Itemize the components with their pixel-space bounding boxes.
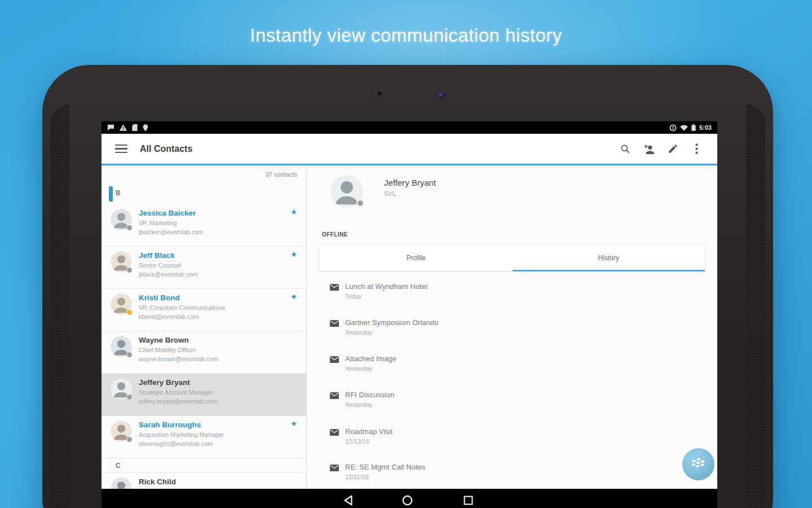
contact-title: VP, Corporate Communications xyxy=(139,304,225,311)
detail-tabs: Profile History xyxy=(319,244,705,271)
location-icon xyxy=(143,124,148,132)
contact-email: kbond@evomlab.com xyxy=(139,313,199,320)
favorite-star-icon[interactable]: ★ xyxy=(290,292,297,301)
contact-name: Wayne Brown xyxy=(139,336,189,344)
status-system-icons: 5:03 xyxy=(669,124,717,132)
contact-detail-panel: Jeffery Bryant SVL OFFLINE Profile Histo… xyxy=(307,165,717,508)
contact-email: jeffery.bryant@evomlab.com xyxy=(139,398,217,405)
history-title: RE: SE Mgmt Call Notes xyxy=(345,463,425,471)
detail-contact-name: Jeffery Bryant xyxy=(384,178,436,187)
presence-dot xyxy=(126,225,133,231)
contact-name: Jessica Baicker xyxy=(139,209,196,217)
app-bar: All Contacts xyxy=(102,134,717,164)
app-bar-actions xyxy=(618,142,717,156)
history-date: Today xyxy=(345,293,361,300)
status-bar: 5:03 xyxy=(102,121,717,134)
email-icon xyxy=(330,356,339,363)
home-button[interactable] xyxy=(399,493,416,507)
app-bar-accent-divider xyxy=(102,164,717,165)
history-item[interactable]: Lunch at Wyndham Hotel Today xyxy=(307,282,717,309)
warning-icon xyxy=(120,124,127,131)
presence-dot xyxy=(126,436,133,443)
menu-icon[interactable] xyxy=(115,142,127,156)
data-usage-icon xyxy=(669,124,677,132)
message-icon xyxy=(107,124,114,131)
contact-email: wayne.brown@evomlab.com xyxy=(139,356,218,362)
wifi-icon xyxy=(680,125,688,131)
history-title: Attached Image xyxy=(345,354,396,363)
contact-name: Jeffery Bryant xyxy=(139,378,190,387)
section-c: C xyxy=(102,458,306,473)
contact-title: Senior Counsel xyxy=(139,262,181,269)
contacts-list-panel: 37 contacts B Jessica Baicker VP, Market… xyxy=(102,165,306,508)
pane-divider xyxy=(306,165,307,489)
history-title: Gartner Symposium Orlando xyxy=(345,318,438,327)
sim-icon xyxy=(132,124,138,131)
presence-dot xyxy=(126,394,133,400)
history-item[interactable]: Attached Image Yesterday xyxy=(307,354,717,382)
add-contact-icon[interactable] xyxy=(642,142,656,156)
history-title: Lunch at Wyndham Hotel xyxy=(345,282,427,291)
detail-presence-dot xyxy=(356,199,364,207)
favorite-star-icon[interactable]: ★ xyxy=(290,208,297,216)
compose-icon[interactable] xyxy=(665,142,680,156)
index-scroll-thumb[interactable] xyxy=(109,186,113,202)
contact-row-wayne-brown[interactable]: Wayne Brown Chief Mobility Officer wayne… xyxy=(102,331,306,374)
email-icon xyxy=(330,429,339,436)
contact-row-jeffery-bryant[interactable]: Jeffery Bryant Strategic Account Manager… xyxy=(102,374,306,416)
contact-row-jessica-baicker[interactable]: Jessica Baicker VP, Marketing jbaicker@e… xyxy=(102,204,306,247)
contact-name: Jeff Black xyxy=(139,251,175,260)
history-item[interactable]: RFI Discussion Yesterday xyxy=(307,391,717,418)
history-item[interactable]: RE: SE Mgmt Call Notes 12/11/16 xyxy=(307,463,717,490)
contact-row-jeff-black[interactable]: Jeff Black Senior Counsel jblack@evomlab… xyxy=(102,247,306,289)
blackberry-fab-button[interactable] xyxy=(682,448,714,480)
history-date: 12/11/16 xyxy=(345,474,369,480)
favorite-star-icon[interactable]: ★ xyxy=(290,419,297,428)
contact-email: jblack@evomlab.com xyxy=(139,271,198,278)
tab-history[interactable]: History xyxy=(513,244,705,271)
detail-contact-subtitle: SVL xyxy=(384,190,396,197)
history-item[interactable]: Gartner Symposium Orlando Yesterday xyxy=(307,318,717,345)
tablet-device: 5:03 All Contacts xyxy=(42,65,773,508)
availability-label: OFFLINE xyxy=(322,231,348,238)
status-notification-icons xyxy=(102,124,148,132)
contact-name: Sarah Burroughs xyxy=(139,421,201,429)
history-title: RFI Discussion xyxy=(345,391,394,399)
marketing-background: Instantly view communication history xyxy=(0,0,812,508)
tablet-screen: 5:03 All Contacts xyxy=(102,121,717,508)
tab-profile[interactable]: Profile xyxy=(320,244,513,271)
section-header-b: B xyxy=(116,189,121,197)
contact-name: Rick Child xyxy=(139,478,176,486)
email-icon xyxy=(330,465,339,471)
contact-title: Acquisition Marketing Manager xyxy=(139,431,224,438)
contact-row-sarah-burroughs[interactable]: Sarah Burroughs Acquisition Marketing Ma… xyxy=(102,416,306,458)
section-header-c: C xyxy=(116,462,121,470)
history-title: Roadmap Visit xyxy=(345,427,392,436)
right-speaker-grille xyxy=(746,104,765,508)
contacts-count: 37 contacts xyxy=(266,171,297,178)
favorite-star-icon[interactable]: ★ xyxy=(290,250,297,259)
history-date: Yesterday xyxy=(345,401,373,408)
history-item[interactable]: Roadmap Visit 12/13/16 xyxy=(307,427,717,454)
history-date: Yesterday xyxy=(345,365,373,372)
hero-title: Instantly view communication history xyxy=(0,25,812,46)
history-date: 12/13/16 xyxy=(345,438,369,445)
search-icon[interactable] xyxy=(618,142,633,156)
history-date: Yesterday xyxy=(345,329,373,336)
status-clock: 5:03 xyxy=(699,124,712,131)
recents-button[interactable] xyxy=(460,493,476,507)
page-title: All Contacts xyxy=(140,144,192,154)
presence-dot xyxy=(126,309,133,316)
contact-row-kristi-bond[interactable]: Kristi Bond VP, Corporate Communications… xyxy=(102,289,306,331)
contact-name: Kristi Bond xyxy=(139,294,180,302)
presence-dot xyxy=(126,267,133,273)
left-speaker-grille xyxy=(50,104,69,508)
overflow-menu-icon[interactable] xyxy=(689,142,704,156)
presence-dot xyxy=(126,352,133,358)
back-button[interactable] xyxy=(339,493,356,507)
contact-title: Chief Mobility Officer xyxy=(139,347,196,353)
email-icon xyxy=(330,284,339,291)
battery-icon xyxy=(691,124,696,131)
light-sensor xyxy=(377,91,381,95)
android-nav-bar xyxy=(102,489,717,508)
